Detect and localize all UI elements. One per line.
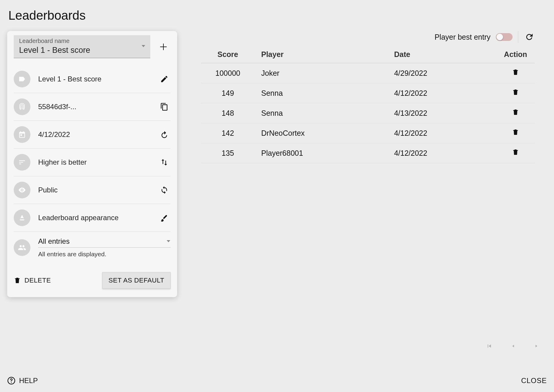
dropdown-label: Leaderboard name <box>19 38 145 44</box>
player-best-entry-toggle[interactable] <box>496 33 513 41</box>
first-page-button[interactable] <box>486 342 493 350</box>
dropdown-value: Level 1 - Best score <box>19 46 145 55</box>
chevron-down-icon <box>141 45 146 48</box>
start-date-value: 4/12/2022 <box>38 130 150 139</box>
cell-player: DrNeoCortex <box>255 123 388 143</box>
cell-score: 142 <box>201 123 255 143</box>
table-row: 142DrNeoCortex4/12/2022 <box>201 123 535 143</box>
delete-entry-button[interactable] <box>512 89 519 96</box>
cell-player: Senna <box>255 83 388 103</box>
page-title: Leaderboards <box>8 8 547 23</box>
entries-filter-dropdown[interactable]: All entries <box>38 237 171 248</box>
entries-filter-note: All entries are displayed. <box>38 251 171 258</box>
delete-leaderboard-button[interactable]: DELETE <box>14 277 51 284</box>
cell-player: Joker <box>255 63 388 83</box>
leaderboard-name-value: Level 1 - Best score <box>38 75 150 83</box>
fingerprint-icon <box>14 98 30 115</box>
table-row: 100000Joker4/29/2022 <box>201 63 535 83</box>
col-player: Player <box>255 46 388 63</box>
cell-date: 4/12/2022 <box>388 123 496 143</box>
delete-entry-button[interactable] <box>512 69 519 76</box>
cell-score: 100000 <box>201 63 255 83</box>
cell-score: 149 <box>201 83 255 103</box>
refresh-button[interactable] <box>524 31 535 43</box>
cell-score: 135 <box>201 143 255 163</box>
cell-date: 4/29/2022 <box>388 63 496 83</box>
delete-entry-button[interactable] <box>512 149 519 156</box>
people-icon <box>14 239 30 256</box>
sort-order-value: Higher is better <box>38 158 150 166</box>
prev-page-button[interactable] <box>510 342 516 350</box>
set-as-default-button[interactable]: SET AS DEFAULT <box>102 272 171 289</box>
chevron-down-icon <box>166 240 171 243</box>
col-score: Score <box>201 46 255 63</box>
copy-id-button[interactable] <box>158 101 171 113</box>
trash-icon <box>14 277 21 284</box>
player-best-entry-label: Player best entry <box>434 33 490 41</box>
calendar-icon <box>14 126 30 143</box>
col-action: Action <box>496 46 535 63</box>
table-row: 149Senna4/12/2022 <box>201 83 535 103</box>
swap-sort-button[interactable] <box>158 156 171 169</box>
leaderboard-name-dropdown[interactable]: Leaderboard name Level 1 - Best score <box>14 35 150 58</box>
close-button[interactable]: CLOSE <box>521 376 547 385</box>
toggle-visibility-button[interactable] <box>158 184 171 196</box>
delete-entry-button[interactable] <box>512 129 519 136</box>
table-row: 135Player680014/12/2022 <box>201 143 535 163</box>
reset-date-button[interactable] <box>158 128 171 141</box>
add-leaderboard-button[interactable] <box>156 40 171 54</box>
table-row: 148Senna4/13/2022 <box>201 103 535 123</box>
cell-date: 4/13/2022 <box>388 103 496 123</box>
col-date: Date <box>388 46 496 63</box>
svg-text:A: A <box>21 214 24 219</box>
eye-icon <box>14 182 30 198</box>
sort-icon <box>14 154 30 171</box>
appearance-icon: A <box>14 209 30 226</box>
edit-name-button[interactable] <box>158 73 171 85</box>
entries-table: Score Player Date Action 100000Joker4/29… <box>201 46 535 163</box>
visibility-value: Public <box>38 186 150 194</box>
cell-score: 148 <box>201 103 255 123</box>
cell-date: 4/12/2022 <box>388 143 496 163</box>
edit-appearance-button[interactable] <box>158 212 171 224</box>
help-button[interactable]: HELP <box>7 376 38 385</box>
cell-player: Senna <box>255 103 388 123</box>
leaderboard-id-value: 55846d3f-... <box>38 103 150 111</box>
delete-entry-button[interactable] <box>512 109 519 116</box>
leaderboard-settings-panel: Leaderboard name Level 1 - Best score Le… <box>7 31 177 297</box>
next-page-button[interactable] <box>534 342 539 350</box>
divider <box>518 31 518 43</box>
appearance-label: Leaderboard appearance <box>38 214 150 222</box>
help-icon <box>7 376 16 385</box>
entries-filter-value: All entries <box>38 237 69 246</box>
cell-player: Player68001 <box>255 143 388 163</box>
cell-date: 4/12/2022 <box>388 83 496 103</box>
label-icon <box>14 71 30 87</box>
